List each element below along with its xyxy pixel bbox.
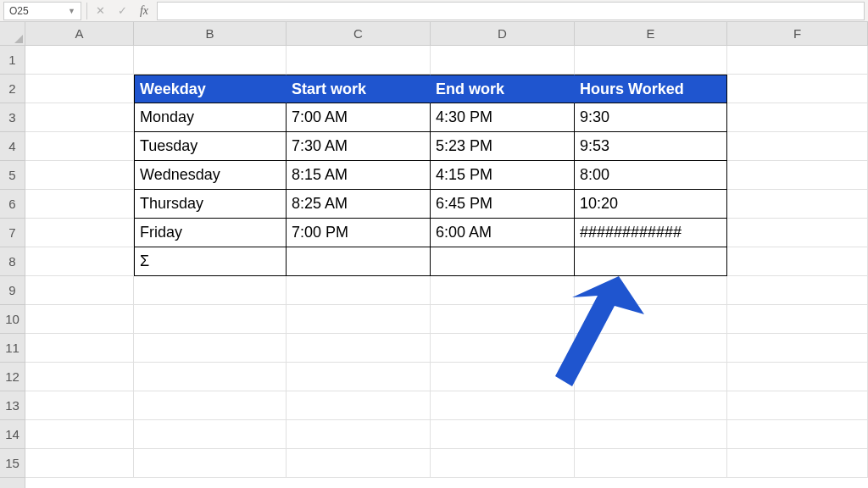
cell[interactable]	[727, 449, 868, 478]
cell[interactable]	[431, 305, 575, 334]
table-row[interactable]	[431, 247, 575, 276]
cell[interactable]	[134, 391, 287, 420]
table-row[interactable]: Friday	[134, 219, 287, 247]
table-row[interactable]: 10:20	[575, 190, 727, 219]
col-header-c[interactable]: C	[287, 22, 431, 45]
cell[interactable]	[25, 391, 134, 420]
cell[interactable]	[727, 103, 868, 132]
table-row[interactable]: 6:45 PM	[431, 190, 575, 219]
cell[interactable]	[25, 103, 134, 132]
cell[interactable]	[727, 305, 868, 334]
table-row[interactable]: 7:00 PM	[287, 219, 431, 247]
cell[interactable]	[727, 420, 868, 449]
row-header-14[interactable]: 14	[0, 420, 25, 449]
cell[interactable]	[727, 276, 868, 305]
row-header-11[interactable]: 11	[0, 334, 25, 363]
row-header-1[interactable]: 1	[0, 46, 25, 75]
cell[interactable]	[287, 305, 431, 334]
table-row[interactable]: Wednesday	[134, 161, 287, 190]
cell[interactable]	[287, 449, 431, 478]
sum-row-label[interactable]: Σ	[134, 247, 287, 276]
table-header-startwork[interactable]: Start work	[287, 75, 431, 103]
cell[interactable]	[575, 46, 727, 75]
cell[interactable]	[727, 190, 868, 219]
cell[interactable]	[431, 449, 575, 478]
cell[interactable]	[287, 420, 431, 449]
cell[interactable]	[727, 161, 868, 190]
cell[interactable]	[134, 305, 287, 334]
cell[interactable]	[25, 276, 134, 305]
select-all-corner[interactable]	[0, 22, 25, 46]
cell[interactable]	[134, 363, 287, 391]
cell[interactable]	[575, 420, 727, 449]
cell[interactable]	[134, 334, 287, 363]
table-row[interactable]: 6:00 AM	[431, 219, 575, 247]
cell[interactable]	[575, 305, 727, 334]
cell[interactable]	[25, 247, 134, 276]
row-header-4[interactable]: 4	[0, 132, 25, 161]
cell[interactable]	[134, 276, 287, 305]
cell[interactable]	[727, 75, 868, 103]
cell[interactable]	[575, 334, 727, 363]
table-header-endwork[interactable]: End work	[431, 75, 575, 103]
cell[interactable]	[575, 449, 727, 478]
col-header-d[interactable]: D	[431, 22, 575, 45]
cell[interactable]	[727, 391, 868, 420]
cell[interactable]	[727, 46, 868, 75]
row-header-12[interactable]: 12	[0, 363, 25, 391]
table-row[interactable]: 4:30 PM	[431, 103, 575, 132]
cell[interactable]	[287, 46, 431, 75]
cell[interactable]	[431, 363, 575, 391]
cell[interactable]	[431, 334, 575, 363]
table-row[interactable]: 8:00	[575, 161, 727, 190]
cell[interactable]	[25, 334, 134, 363]
table-row[interactable]: Monday	[134, 103, 287, 132]
row-header-2[interactable]: 2	[0, 75, 25, 103]
row-header-10[interactable]: 10	[0, 305, 25, 334]
overflow-error-cell[interactable]: ############	[575, 219, 727, 247]
cell[interactable]	[727, 334, 868, 363]
col-header-b[interactable]: B	[134, 22, 287, 45]
table-row[interactable]	[575, 247, 727, 276]
fx-icon[interactable]: fx	[135, 2, 153, 20]
cell[interactable]	[25, 305, 134, 334]
cell[interactable]	[287, 334, 431, 363]
cell[interactable]	[727, 132, 868, 161]
name-box[interactable]: O25 ▼	[3, 2, 81, 20]
cell[interactable]	[25, 449, 134, 478]
cell[interactable]	[431, 276, 575, 305]
cell[interactable]	[25, 46, 134, 75]
cell[interactable]	[287, 276, 431, 305]
name-box-dropdown-icon[interactable]: ▼	[68, 7, 75, 15]
table-row[interactable]: 8:15 AM	[287, 161, 431, 190]
cell[interactable]	[575, 276, 727, 305]
row-header-15[interactable]: 15	[0, 449, 25, 478]
row-header-6[interactable]: 6	[0, 190, 25, 219]
formula-input[interactable]	[157, 2, 865, 20]
cell[interactable]	[25, 363, 134, 391]
col-header-a[interactable]: A	[25, 22, 134, 45]
cell[interactable]	[25, 420, 134, 449]
table-row[interactable]: 7:30 AM	[287, 132, 431, 161]
table-row[interactable]: Thursday	[134, 190, 287, 219]
cell[interactable]	[25, 190, 134, 219]
row-header-13[interactable]: 13	[0, 391, 25, 420]
cell[interactable]	[575, 391, 727, 420]
table-row[interactable]: 9:53	[575, 132, 727, 161]
cell[interactable]	[134, 420, 287, 449]
cell[interactable]	[287, 391, 431, 420]
table-header-hoursworked[interactable]: Hours Worked	[575, 75, 727, 103]
row-header-7[interactable]: 7	[0, 219, 25, 247]
col-header-e[interactable]: E	[575, 22, 727, 45]
cell[interactable]	[25, 132, 134, 161]
cell[interactable]	[727, 247, 868, 276]
cell[interactable]	[25, 219, 134, 247]
row-header-5[interactable]: 5	[0, 161, 25, 190]
table-row[interactable]: 5:23 PM	[431, 132, 575, 161]
cell-grid[interactable]: Weekday Start work End work Hours Worked…	[25, 46, 868, 488]
cell[interactable]	[431, 391, 575, 420]
table-row[interactable]	[287, 247, 431, 276]
cell[interactable]	[25, 75, 134, 103]
cell[interactable]	[727, 219, 868, 247]
row-header-8[interactable]: 8	[0, 247, 25, 276]
